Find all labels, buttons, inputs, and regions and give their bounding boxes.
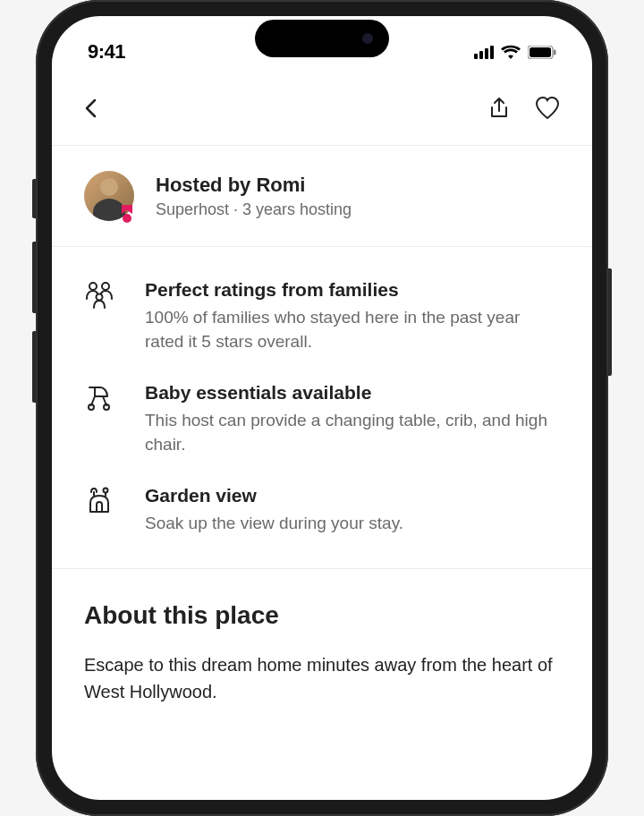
highlight-desc: Soak up the view during your stay. xyxy=(145,512,560,536)
status-icons xyxy=(472,45,556,59)
phone-screen: 9:41 xyxy=(52,16,592,800)
navigation-bar xyxy=(52,79,592,146)
host-avatar-container xyxy=(84,171,134,221)
highlight-title: Garden view xyxy=(145,485,560,506)
highlight-desc: This host can provide a changing table, … xyxy=(145,409,560,456)
highlight-families: Perfect ratings from families 100% of fa… xyxy=(84,279,560,353)
svg-point-6 xyxy=(97,294,103,301)
highlight-title: Perfect ratings from families xyxy=(145,279,560,301)
wifi-icon xyxy=(501,45,521,59)
save-button[interactable] xyxy=(535,97,560,123)
status-time: 9:41 xyxy=(88,40,125,64)
highlight-garden-view: Garden view Soak up the view during your… xyxy=(84,485,560,536)
host-title: Hosted by Romi xyxy=(156,174,352,197)
host-info: Hosted by Romi Superhost · 3 years hosti… xyxy=(156,174,352,219)
host-section[interactable]: Hosted by Romi Superhost · 3 years hosti… xyxy=(52,146,592,247)
about-section: About this place Escape to this dream ho… xyxy=(52,569,592,737)
cellular-icon xyxy=(472,46,494,59)
phone-device-frame: 9:41 xyxy=(36,0,608,816)
share-button[interactable] xyxy=(488,97,510,123)
superhost-badge-icon xyxy=(116,203,138,225)
about-heading: About this place xyxy=(84,601,560,630)
family-icon xyxy=(84,279,114,310)
svg-point-4 xyxy=(89,283,97,290)
back-button[interactable] xyxy=(84,98,97,122)
share-icon xyxy=(488,97,510,120)
svg-point-5 xyxy=(102,283,109,290)
listing-highlights: Perfect ratings from families 100% of fa… xyxy=(52,247,592,569)
svg-point-3 xyxy=(123,214,131,223)
garden-icon xyxy=(84,485,114,515)
svg-point-8 xyxy=(104,404,109,410)
svg-rect-2 xyxy=(554,49,556,55)
svg-rect-1 xyxy=(530,47,551,57)
chevron-left-icon xyxy=(84,98,97,118)
heart-icon xyxy=(535,97,560,120)
about-body: Escape to this dream home minutes away f… xyxy=(84,651,560,705)
battery-icon xyxy=(528,46,556,59)
svg-point-7 xyxy=(89,404,94,410)
svg-point-9 xyxy=(104,489,108,493)
highlight-desc: 100% of families who stayed here in the … xyxy=(145,306,560,353)
stroller-icon xyxy=(84,382,114,412)
dynamic-island xyxy=(255,20,389,57)
highlight-title: Baby essentials available xyxy=(145,382,560,404)
host-subtitle: Superhost · 3 years hosting xyxy=(156,200,352,219)
highlight-baby-essentials: Baby essentials available This host can … xyxy=(84,382,560,456)
